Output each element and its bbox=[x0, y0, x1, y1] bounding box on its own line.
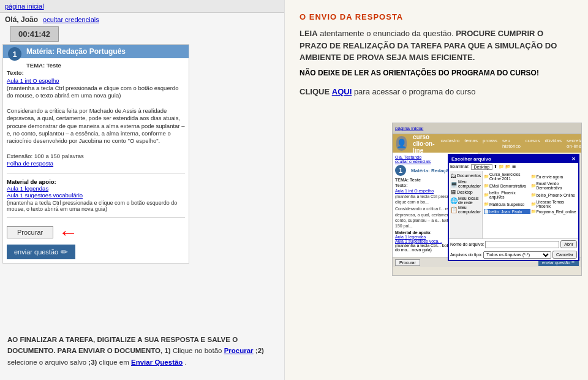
red-arrow-icon: ← bbox=[58, 222, 78, 242]
para-label: para acessar o programa do curso bbox=[354, 87, 476, 96]
fd-item-9[interactable]: 📄belito_Joao_Paulo bbox=[484, 209, 530, 214]
atentamente-text: atentamente o enunciado da bbox=[320, 29, 421, 38]
fd-item-4[interactable]: 📁Email Vendo Demonstrativo bbox=[531, 181, 578, 190]
clio-logo: curso clio·on-line bbox=[413, 134, 435, 154]
pencil-icon: ✏ bbox=[61, 247, 68, 257]
filename-input[interactable] bbox=[485, 241, 559, 248]
divider2 bbox=[7, 217, 185, 218]
lesson-panel: 1 Matéria: Redação Português TEMA: Teste… bbox=[2, 44, 189, 264]
fd-item-3[interactable]: 📁EMail Demonstrativa bbox=[484, 181, 530, 190]
body-text: Considerando a crítica feita por Machado… bbox=[7, 107, 185, 145]
filetype-label: Arquivos do tipo: bbox=[450, 253, 482, 257]
mini-hide-link[interactable]: ocultar credenciais bbox=[395, 159, 431, 164]
sugestoes-link[interactable]: Aula 1 sugestoes vocabulário bbox=[7, 192, 83, 199]
leia-label: Leia bbox=[300, 29, 318, 38]
fd-item-2[interactable]: 📁Eu envie agora bbox=[531, 172, 578, 181]
nav-temas[interactable]: temas bbox=[464, 138, 478, 149]
fd-docs[interactable]: 🗂Documentos bbox=[450, 172, 481, 179]
step1-label: 1) bbox=[164, 347, 170, 354]
clique-botao-text: Clique no botão bbox=[173, 347, 222, 354]
procurar-label[interactable]: Procurar bbox=[224, 347, 254, 354]
mini-screenshot: página inicial 👤 curso clio·on-line cada… bbox=[392, 123, 582, 276]
fd-quick-access: 🗂Documentos 💻Meu computador 🖥Desktop 🌐Me… bbox=[449, 171, 483, 238]
nav-secretaria[interactable]: secretaria on-line bbox=[567, 138, 582, 149]
mini-nav: cadastro temas provas seu histórico curs… bbox=[441, 138, 582, 149]
lesson-text: TEMA: Teste Texto: Aula 1 int O espelho … bbox=[7, 62, 185, 168]
fd-item-10[interactable]: 📁Programa_Red_online bbox=[531, 209, 578, 214]
period: . bbox=[185, 359, 187, 366]
folder-icon[interactable]: 📁 bbox=[499, 164, 504, 170]
filetype-select[interactable]: Todos os Arquivos (*.*) bbox=[483, 251, 551, 259]
fd-item-7[interactable]: 📁Matricula Suspenso bbox=[484, 200, 530, 208]
file-dialog[interactable]: Escolher arquivo ✕ Examinar: Desktop ⬆ 📁… bbox=[448, 154, 579, 261]
instruction1-text: (mantenha a tecla Ctrl pressionada e cli… bbox=[7, 85, 185, 100]
mini-clio-header: 👤 curso clio·on-line cadastro temas prov… bbox=[393, 134, 581, 153]
envio-title: O ENVIO DA RESPOSTA bbox=[300, 12, 573, 21]
clio-avatar: 👤 bbox=[396, 136, 407, 151]
divider bbox=[7, 173, 185, 173]
aqui-link[interactable]: AQUI bbox=[332, 87, 352, 96]
leia-paragraph: Leia atentamente o enunciado da questão.… bbox=[300, 28, 573, 64]
examine-label: Examinar: bbox=[450, 164, 470, 170]
nav-provas[interactable]: provas bbox=[483, 138, 497, 149]
mini-page-link[interactable]: página inicial bbox=[395, 126, 423, 131]
para-enviar-text: Para enviar o documento, bbox=[58, 347, 163, 354]
fd-item-5[interactable]: 📁belito_Phoenix arquivos bbox=[484, 191, 530, 199]
clique-label: Clique bbox=[300, 87, 330, 96]
top-bar: página inicial bbox=[0, 0, 284, 13]
step-number: 1 bbox=[8, 47, 21, 61]
step2-label: ;2) bbox=[255, 347, 264, 354]
up-icon[interactable]: ⬆ bbox=[494, 164, 497, 170]
mini-user-greeting: Olá, Testando bbox=[395, 155, 421, 159]
page-initial-link[interactable]: página inicial bbox=[5, 2, 44, 10]
ao-finalizar-text: Ao finalizar a tarefa, digitalize a sua … bbox=[7, 334, 277, 368]
main-content-area: 1 Matéria: Redação Português TEMA: Teste… bbox=[2, 44, 282, 264]
fd-recent[interactable]: 📋Meu computador bbox=[450, 205, 481, 214]
texto-label: Texto: bbox=[7, 69, 24, 76]
tema-label: TEMA: Teste bbox=[26, 62, 61, 69]
mini-step-badge: 1 bbox=[395, 165, 406, 176]
step3-label: ;3) bbox=[88, 359, 97, 366]
folha-link[interactable]: Folha de resposta bbox=[7, 160, 53, 167]
clique-section: Clique AQUI para acessar o programa do c… bbox=[300, 87, 573, 96]
bottom-instructions: Ao finalizar a tarefa, digitalize a sua … bbox=[0, 334, 285, 368]
fd-item-6[interactable]: 📁belito_Phoenix Online bbox=[531, 191, 578, 199]
mini-procurar-button[interactable]: Procurar bbox=[395, 259, 420, 266]
nav-historico[interactable]: seu histórico bbox=[502, 138, 521, 149]
enviar-button[interactable]: enviar questão ✏ bbox=[7, 245, 75, 259]
fd-filetype-row: Arquivos do tipo: Todos os Arquivos (*.*… bbox=[449, 249, 578, 260]
procurar-button[interactable]: Procurar bbox=[7, 226, 53, 238]
aula-legendas-link[interactable]: Aula 1 legendas bbox=[7, 185, 48, 192]
fd-computer[interactable]: 💻Meu computador bbox=[450, 180, 481, 188]
support-material: Material de apoio: Aula 1 legendas Aula … bbox=[7, 178, 185, 212]
fd-desktop[interactable]: 🖥Desktop bbox=[450, 189, 481, 196]
new-folder-icon[interactable]: 📂 bbox=[505, 164, 511, 170]
nav-cadastro[interactable]: cadastro bbox=[441, 138, 460, 149]
timer-display: 00:41:42 bbox=[10, 26, 59, 42]
fd-network[interactable]: 🌐Meu locais de rede bbox=[450, 196, 481, 205]
left-panel: página inicial Olá, João ocultar credenc… bbox=[0, 0, 285, 380]
nav-duvidas[interactable]: dúvidas bbox=[545, 138, 562, 149]
right-panel: O ENVIO DA RESPOSTA Leia atentamente o e… bbox=[285, 0, 588, 380]
close-icon[interactable]: ✕ bbox=[571, 156, 576, 162]
timer-section: 00:41:42 bbox=[5, 26, 279, 42]
open-button[interactable]: Abrir bbox=[560, 240, 577, 248]
fd-item-8[interactable]: 📁Liteacao Temas Phoenix bbox=[531, 200, 578, 208]
hide-credentials-link[interactable]: ocultar credenciais bbox=[43, 16, 99, 23]
cancel-button[interactable]: Cancelar bbox=[552, 251, 577, 259]
fd-filename-row: Nome do arquivo: Abrir bbox=[449, 238, 578, 249]
fd-item-1[interactable]: 📁Curso_Exercicios Online 2011 bbox=[484, 172, 530, 181]
view-icon[interactable]: ☰ bbox=[512, 164, 516, 170]
fd-file-list: 📁Curso_Exercicios Online 2011 📁Eu envie … bbox=[483, 171, 578, 238]
search-row: Procurar ← bbox=[7, 222, 185, 242]
aula1-link[interactable]: Aula 1 int O espelho bbox=[7, 77, 59, 84]
selecione-text: selecione o arquivo salvo bbox=[7, 359, 86, 366]
fd-grid: 📁Curso_Exercicios Online 2011 📁Eu envie … bbox=[484, 172, 577, 214]
clique-em-text: clique em bbox=[99, 359, 129, 366]
enviar-questao-label[interactable]: Enviar Questão bbox=[131, 359, 183, 366]
user-bar: Olá, João ocultar credenciais bbox=[0, 13, 284, 26]
lesson-subject: Matéria: Redação Português bbox=[26, 47, 126, 56]
nav-cursos[interactable]: cursos bbox=[526, 138, 540, 149]
file-dialog-toolbar: Examinar: Desktop ⬆ 📁 📂 ☰ bbox=[449, 163, 578, 171]
enviar-label: enviar questão bbox=[14, 248, 58, 256]
